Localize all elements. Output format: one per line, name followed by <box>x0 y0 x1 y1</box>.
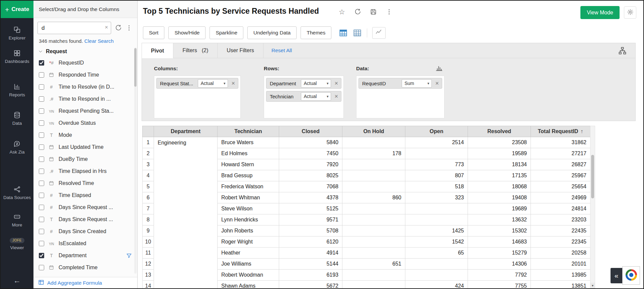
pivot-chip-requestid[interactable]: RequestIDSum▾× <box>358 78 442 89</box>
pivot-chart-toggle-icon[interactable] <box>435 64 443 72</box>
field-checkbox[interactable] <box>39 157 44 162</box>
scroll-down-arrow[interactable]: ▾ <box>590 283 595 288</box>
columns-drop-zone[interactable]: Request Stat...Actual▾× <box>154 76 241 118</box>
toolbar-sparkline-button[interactable]: Sparkline <box>210 26 243 39</box>
field-row-last-updated-time[interactable]: Last Updated Time <box>33 141 137 153</box>
pivot-chip-request-stat[interactable]: Request Stat...Actual▾× <box>156 78 238 89</box>
table-scrollbar-thumb[interactable] <box>591 155 594 198</box>
sidebar-item-data[interactable]: Data <box>1 111 33 126</box>
chart-view-button[interactable] <box>372 27 386 39</box>
chip-remove-icon[interactable]: × <box>333 80 339 87</box>
field-row-mode[interactable]: TMode <box>33 129 137 141</box>
more-options-kebab-icon[interactable] <box>126 24 133 31</box>
field-row-completed-time[interactable]: Completed Time <box>33 262 137 274</box>
field-checkbox[interactable] <box>39 169 44 174</box>
clear-search-icon[interactable]: × <box>105 24 108 31</box>
add-aggregate-formula-button[interactable]: Add Aggregate Formula <box>33 277 137 288</box>
view-mode-button[interactable]: View Mode <box>580 6 620 19</box>
column-header-on-hold[interactable]: On Hold <box>342 126 405 137</box>
fields-scrollbar-thumb[interactable] <box>134 48 137 87</box>
field-checkbox[interactable] <box>39 229 44 234</box>
collapse-panel-button[interactable]: « <box>611 268 622 283</box>
field-checkbox[interactable] <box>39 144 44 150</box>
table-row[interactable]: 1EngineeringBruce Waters5840251423508318… <box>143 137 590 148</box>
field-row-days-since-request[interactable]: TDays Since Request ... <box>33 213 137 225</box>
sidebar-item-ask-zia[interactable]: Ask Zia <box>1 140 33 155</box>
field-checkbox[interactable] <box>39 265 44 270</box>
chip-remove-icon[interactable]: × <box>230 80 236 87</box>
tab-pivot[interactable]: Pivot <box>142 43 173 58</box>
field-row-responded-time[interactable]: Responded Time <box>33 69 137 81</box>
column-header-department[interactable]: Department <box>154 126 218 137</box>
field-row-dueby-time[interactable]: DueBy Time <box>33 153 137 165</box>
column-header-total-requestid[interactable]: Total RequestID↑ <box>531 126 590 137</box>
field-checkbox[interactable] <box>39 217 44 222</box>
column-header-resolved[interactable]: Resolved <box>468 126 531 137</box>
field-checkbox[interactable] <box>39 181 44 186</box>
sidebar-item-reports[interactable]: Reports <box>1 83 33 98</box>
field-checkbox[interactable] <box>39 241 44 246</box>
column-header-open[interactable]: Open <box>405 126 468 137</box>
field-row-days-since-request[interactable]: #Days Since Request ... <box>33 201 137 213</box>
settings-gear-button[interactable] <box>624 6 636 19</box>
pivot-chip-technician[interactable]: TechnicianActual▾× <box>266 91 341 102</box>
field-checkbox[interactable] <box>39 205 44 210</box>
search-input[interactable] <box>37 22 111 34</box>
field-row-overdue-status[interactable]: Y/NOverdue Status <box>33 117 137 129</box>
toolbar-underlying-data-button[interactable]: Underlying Data <box>247 26 297 39</box>
field-row-request-pending-sta[interactable]: Y/NRequest Pending Sta... <box>33 105 137 117</box>
pivot-chip-department[interactable]: DepartmentActual▾× <box>266 78 341 89</box>
data-drop-zone[interactable]: RequestIDSum▾× <box>356 76 445 118</box>
table-view-icon[interactable] <box>353 28 362 37</box>
toolbar-show-hide-button[interactable]: Show/Hide <box>168 26 206 39</box>
field-checkbox[interactable] <box>39 108 44 114</box>
save-icon[interactable] <box>370 8 377 15</box>
field-group-request[interactable]: Request <box>33 44 137 57</box>
clear-search-link[interactable]: Clear Search <box>84 38 114 44</box>
chip-aggregate-select[interactable]: Actual▾ <box>198 79 228 88</box>
chip-remove-icon[interactable]: × <box>333 93 339 100</box>
toolbar-sort-button[interactable]: Sort <box>143 26 164 39</box>
field-checkbox[interactable] <box>39 72 44 78</box>
field-checkbox[interactable] <box>39 253 44 258</box>
create-button[interactable]: + Create <box>1 1 33 18</box>
field-checkbox[interactable] <box>39 132 44 138</box>
sidebar-item-explorer[interactable]: Explorer <box>1 26 33 41</box>
sidebar-item-viewer[interactable]: JOFEViewer <box>1 238 33 251</box>
chip-remove-icon[interactable]: × <box>434 80 440 87</box>
field-checkbox[interactable] <box>39 120 44 126</box>
field-row-requestid[interactable]: *#RequestID <box>33 57 137 69</box>
field-checkbox[interactable] <box>39 84 44 90</box>
favorite-star-icon[interactable]: ☆ <box>338 8 345 15</box>
toolbar-themes-button[interactable]: Themes <box>301 26 331 39</box>
field-row-time-to-respond-in[interactable]: .#Time to Respond in ... <box>33 93 137 105</box>
reset-all-link[interactable]: Reset All <box>271 43 292 58</box>
field-row-resolved-time[interactable]: Resolved Time <box>33 177 137 189</box>
field-row-time-elapsed[interactable]: #Time Elapsed <box>33 189 137 201</box>
field-row-department[interactable]: TDepartment <box>33 250 137 262</box>
tab-user-filters[interactable]: User Filters <box>218 43 263 58</box>
column-header-technician[interactable]: Technician <box>218 126 279 137</box>
field-checkbox[interactable] <box>39 96 44 102</box>
chip-aggregate-select[interactable]: Actual▾ <box>301 79 331 88</box>
field-row-days-since-created[interactable]: #Days Since Created <box>33 225 137 237</box>
sidebar-collapse-button[interactable]: ← <box>1 276 33 285</box>
hierarchy-icon[interactable] <box>618 46 627 55</box>
tab-filters[interactable]: Filters(2) <box>173 43 218 58</box>
field-checkbox[interactable] <box>39 193 44 198</box>
field-checkbox[interactable] <box>39 60 44 66</box>
sidebar-item-more[interactable]: More <box>1 213 33 228</box>
sidebar-item-data-sources[interactable]: Data Sources <box>1 186 33 200</box>
rows-drop-zone[interactable]: DepartmentActual▾×TechnicianActual▾× <box>264 76 344 118</box>
refresh-icon[interactable] <box>115 24 122 31</box>
field-row-isescalated[interactable]: Y/NIsEscalated <box>33 237 137 250</box>
refresh-icon[interactable] <box>354 8 361 15</box>
field-row-time-elapsed-in-hrs[interactable]: .#Time Elapsed in Hrs <box>33 165 137 177</box>
field-row-time-to-resolve-in-d[interactable]: #Time to Resolve (in D... <box>33 81 137 93</box>
chip-aggregate-select[interactable]: Sum▾ <box>402 79 432 88</box>
sidebar-item-dashboards[interactable]: Dashboards <box>1 50 33 64</box>
pivot-view-icon[interactable] <box>339 28 348 37</box>
more-options-kebab-icon[interactable] <box>386 8 393 15</box>
column-header-closed[interactable]: Closed <box>279 126 342 137</box>
chip-aggregate-select[interactable]: Actual▾ <box>301 92 331 101</box>
